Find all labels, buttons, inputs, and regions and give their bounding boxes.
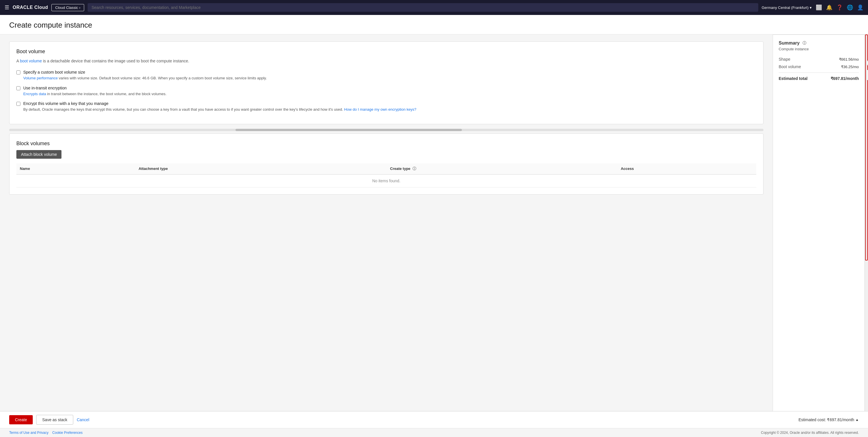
summary-divider	[779, 72, 859, 73]
region-chevron-icon: ▾	[810, 5, 812, 10]
notification-icon[interactable]: 🔔	[826, 4, 832, 11]
save-as-stack-button[interactable]: Save as stack	[36, 415, 73, 425]
create-button[interactable]: Create	[9, 415, 33, 424]
footer-left: Terms of Use and Privacy Cookie Preferen…	[9, 431, 83, 435]
summary-subtitle: Compute instance	[779, 47, 859, 51]
help-icon[interactable]: ❓	[836, 4, 843, 11]
shape-label: Shape	[779, 57, 790, 61]
estimated-total-label: Estimated total	[779, 76, 807, 81]
page-title: Create compute instance	[9, 21, 859, 30]
block-volumes-table: Name Attachment type Create type ⓘ Acces…	[17, 163, 756, 187]
page-container: Create compute instance Boot volume A bo…	[0, 15, 868, 437]
col-attachment-type: Attachment type	[135, 163, 386, 175]
summary-shape-row: Shape ₹661.56/mo	[779, 57, 859, 61]
boot-volume-card: Boot volume A boot volume is a detachabl…	[9, 41, 764, 124]
in-transit-encryption-checkbox[interactable]	[17, 86, 21, 90]
volume-performance-link[interactable]: Volume performance	[23, 76, 58, 80]
custom-boot-size-desc: Volume performance varies with volume si…	[23, 75, 267, 81]
terms-link[interactable]: Terms of Use and Privacy	[9, 431, 49, 435]
shape-value: ₹661.56/mo	[839, 57, 859, 61]
custom-boot-size-row: Specify a custom boot volume size Volume…	[17, 70, 756, 81]
scroll-thumb	[236, 129, 462, 131]
search-input[interactable]	[88, 3, 758, 12]
encrypt-key-desc: By default, Oracle manages the keys that…	[23, 107, 416, 112]
cookie-preferences-link[interactable]: Cookie Preferences	[52, 431, 83, 435]
page-body: Boot volume A boot volume is a detachabl…	[0, 34, 868, 411]
table-header-row: Name Attachment type Create type ⓘ Acces…	[17, 163, 756, 175]
estimated-cost-text: Estimated cost: ₹697.81/month	[799, 417, 854, 422]
custom-boot-size-content: Specify a custom boot volume size Volume…	[23, 70, 267, 81]
boot-volume-cost-label: Boot volume	[779, 64, 801, 69]
create-type-info-icon[interactable]: ⓘ	[412, 167, 416, 171]
encrypt-key-label: Encrypt this volume with a key that you …	[23, 101, 416, 106]
summary-boot-volume-row: Boot volume ₹36.25/mo	[779, 64, 859, 69]
custom-boot-size-checkbox[interactable]	[17, 70, 21, 75]
floating-help-circle-icon[interactable]: ?	[867, 58, 868, 68]
custom-boot-size-label: Specify a custom boot volume size	[23, 70, 267, 75]
cancel-button[interactable]: Cancel	[77, 415, 89, 424]
bottom-bar-actions: Create Save as stack Cancel	[9, 415, 89, 425]
estimated-cost-display: Estimated cost: ₹697.81/month ▲	[799, 417, 859, 422]
encrypt-with-key-checkbox[interactable]	[17, 102, 21, 106]
encrypt-key-row: Encrypt this volume with a key that you …	[17, 101, 756, 112]
region-selector[interactable]: Germany Central (Frankfurt) ▾	[762, 5, 812, 10]
topnav-right: Germany Central (Frankfurt) ▾ ⬜ 🔔 ❓ 🌐 👤	[762, 4, 863, 11]
encrypt-key-content: Encrypt this volume with a key that you …	[23, 101, 416, 112]
bottom-bar: Create Save as stack Cancel Estimated co…	[0, 411, 868, 428]
cost-chevron-icon[interactable]: ▲	[855, 418, 859, 422]
boot-volume-description: A boot volume is a detachable device tha…	[17, 58, 756, 64]
language-icon[interactable]: 🌐	[847, 4, 853, 11]
floating-grid-icon[interactable]: ⋮⋮	[867, 70, 868, 80]
no-items-message: No items found.	[17, 174, 756, 187]
estimated-total-value: ₹697.81/month	[831, 76, 859, 81]
region-label: Germany Central (Frankfurt)	[762, 5, 809, 10]
table-empty-row: No items found.	[17, 174, 756, 187]
user-avatar-icon[interactable]: 👤	[857, 4, 863, 11]
boot-volume-cost-value: ₹36.25/mo	[841, 65, 859, 69]
in-transit-encryption-content: Use in-transit encryption Encrypts data …	[23, 86, 166, 97]
hamburger-menu-icon[interactable]: ☰	[5, 4, 9, 11]
summary-total-row: Estimated total ₹697.81/month	[779, 76, 859, 81]
page-footer: Terms of Use and Privacy Cookie Preferen…	[0, 428, 868, 437]
block-volumes-title: Block volumes	[17, 141, 756, 147]
col-access: Access	[617, 163, 756, 175]
summary-title: Summary ⓘ	[779, 40, 859, 46]
boot-volume-link[interactable]: boot volume	[20, 59, 42, 63]
in-transit-encryption-desc: Encrypts data in transit between the ins…	[23, 91, 166, 97]
encrypts-data-link[interactable]: Encrypts data	[23, 92, 46, 96]
oracle-cloud-logo: ORACLE Cloud	[13, 5, 48, 10]
top-navigation: ☰ ORACLE Cloud Cloud Classic › Germany C…	[0, 0, 868, 15]
summary-info-icon[interactable]: ⓘ	[803, 40, 806, 46]
col-create-type: Create type ⓘ	[386, 163, 617, 175]
page-header: Create compute instance	[0, 15, 868, 34]
main-content: Boot volume A boot volume is a detachabl…	[0, 34, 773, 411]
console-icon[interactable]: ⬜	[816, 4, 822, 11]
boot-volume-title: Boot volume	[17, 49, 756, 55]
in-transit-encryption-row: Use in-transit encryption Encrypts data …	[17, 86, 756, 97]
in-transit-encryption-label: Use in-transit encryption	[23, 86, 166, 90]
cloud-classic-button[interactable]: Cloud Classic ›	[52, 4, 84, 11]
page-scrollbar[interactable]	[865, 34, 868, 411]
horizontal-scroll-indicator[interactable]	[9, 129, 764, 131]
block-volumes-card: Block volumes Attach block volume Name A…	[9, 134, 764, 195]
manage-encryption-keys-link[interactable]: How do I manage my own encryption keys?	[344, 107, 416, 112]
footer-copyright: Copyright © 2024, Oracle and/or its affi…	[761, 431, 859, 435]
summary-sidebar: Summary ⓘ Compute instance Shape ₹661.56…	[773, 34, 865, 411]
col-name: Name	[17, 163, 135, 175]
attach-block-volume-button[interactable]: Attach block volume	[17, 150, 61, 159]
